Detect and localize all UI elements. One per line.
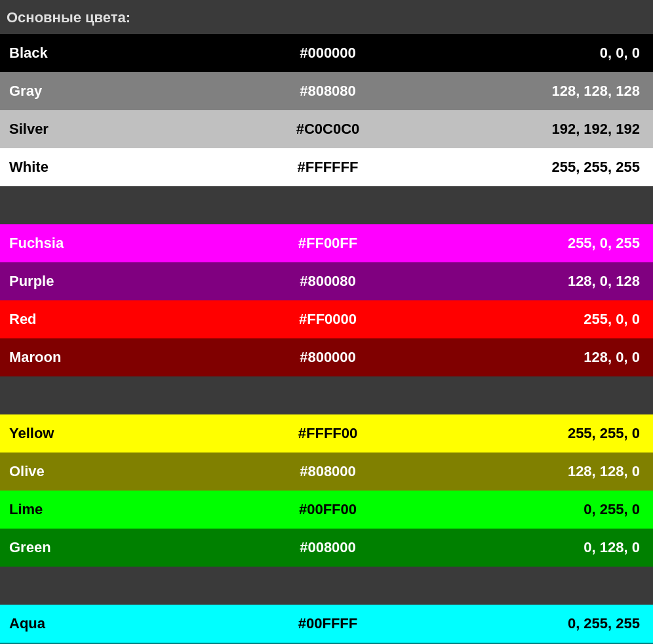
color-row-silver: Silver #C0C0C0 192, 192, 192 <box>0 110 653 148</box>
color-hex-aqua: #00FFFF <box>219 605 437 643</box>
color-row-maroon: Maroon #800000 128, 0, 0 <box>0 338 653 376</box>
color-name-olive: Olive <box>0 453 219 491</box>
color-hex-purple: #800080 <box>219 262 437 300</box>
color-hex-gray: #808080 <box>219 72 437 110</box>
color-name-black: Black <box>0 34 219 72</box>
color-row-fuchsia: Fuchsia #FF00FF 255, 0, 255 <box>0 224 653 262</box>
color-row-gray: Gray #808080 128, 128, 128 <box>0 72 653 110</box>
color-row-green: Green #008000 0, 128, 0 <box>0 529 653 567</box>
color-row-red: Red #FF0000 255, 0, 0 <box>0 300 653 338</box>
color-row-aqua: Aqua #00FFFF 0, 255, 255 <box>0 605 653 643</box>
color-name-silver: Silver <box>0 110 219 148</box>
page-title: Основные цвета: <box>0 0 653 34</box>
color-name-white: White <box>0 148 219 186</box>
color-table: Black #000000 0, 0, 0 Gray #808080 128, … <box>0 34 653 644</box>
color-hex-black: #000000 <box>219 34 437 72</box>
color-hex-olive: #808000 <box>219 453 437 491</box>
color-name-maroon: Maroon <box>0 338 219 376</box>
color-rgb-yellow: 255, 255, 0 <box>437 414 653 453</box>
color-row-lime: Lime #00FF00 0, 255, 0 <box>0 491 653 529</box>
color-row-purple: Purple #800080 128, 0, 128 <box>0 262 653 300</box>
color-rgb-silver: 192, 192, 192 <box>437 110 653 148</box>
color-rgb-black: 0, 0, 0 <box>437 34 653 72</box>
color-name-green: Green <box>0 529 219 567</box>
color-name-aqua: Aqua <box>0 605 219 643</box>
color-name-fuchsia: Fuchsia <box>0 224 219 262</box>
color-name-yellow: Yellow <box>0 414 219 453</box>
color-hex-red: #FF0000 <box>219 300 437 338</box>
color-rgb-fuchsia: 255, 0, 255 <box>437 224 653 262</box>
color-row-black: Black #000000 0, 0, 0 <box>0 34 653 72</box>
color-rgb-lime: 0, 255, 0 <box>437 491 653 529</box>
color-hex-maroon: #800000 <box>219 338 437 376</box>
color-rgb-white: 255, 255, 255 <box>437 148 653 186</box>
color-rgb-olive: 128, 128, 0 <box>437 453 653 491</box>
color-hex-lime: #00FF00 <box>219 491 437 529</box>
color-rgb-purple: 128, 0, 128 <box>437 262 653 300</box>
color-name-lime: Lime <box>0 491 219 529</box>
color-row-yellow: Yellow #FFFF00 255, 255, 0 <box>0 414 653 453</box>
color-hex-fuchsia: #FF00FF <box>219 224 437 262</box>
color-hex-white: #FFFFFF <box>219 148 437 186</box>
color-rgb-red: 255, 0, 0 <box>437 300 653 338</box>
color-name-gray: Gray <box>0 72 219 110</box>
color-rgb-green: 0, 128, 0 <box>437 529 653 567</box>
color-hex-yellow: #FFFF00 <box>219 414 437 453</box>
color-hex-green: #008000 <box>219 529 437 567</box>
color-name-red: Red <box>0 300 219 338</box>
color-rgb-aqua: 0, 255, 255 <box>437 605 653 643</box>
color-rgb-gray: 128, 128, 128 <box>437 72 653 110</box>
color-row-olive: Olive #808000 128, 128, 0 <box>0 453 653 491</box>
color-hex-silver: #C0C0C0 <box>219 110 437 148</box>
color-rgb-maroon: 128, 0, 0 <box>437 338 653 376</box>
color-row-white: White #FFFFFF 255, 255, 255 <box>0 148 653 186</box>
color-name-purple: Purple <box>0 262 219 300</box>
